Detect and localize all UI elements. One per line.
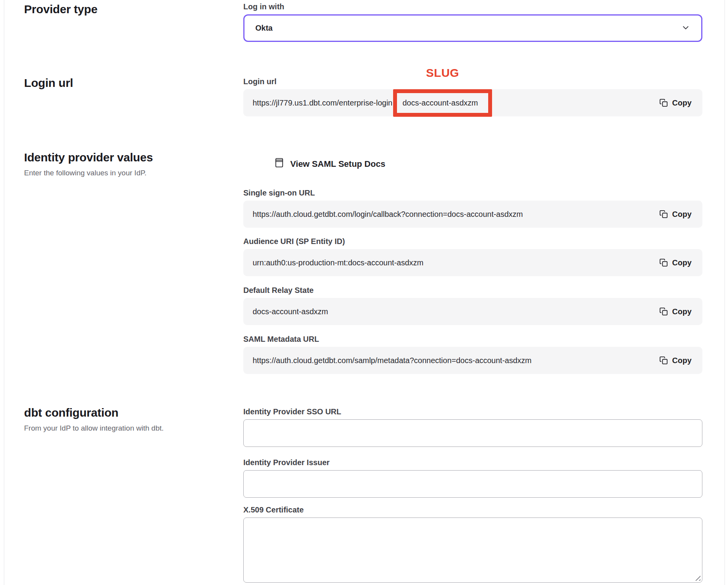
audience-uri-row: urn:auth0:us-production-mt:docs-account-… bbox=[243, 249, 702, 276]
copy-icon bbox=[659, 99, 668, 107]
copy-button-label: Copy bbox=[672, 258, 692, 267]
saml-metadata-url-label: SAML Metadata URL bbox=[243, 335, 702, 343]
identity-provider-values-heading: Identity provider values bbox=[24, 151, 226, 164]
single-sign-on-url-value: https://auth.cloud.getdbt.com/login/call… bbox=[253, 210, 659, 219]
copy-single-sign-on-url-button[interactable]: Copy bbox=[659, 208, 692, 220]
dbt-configuration-heading: dbt configuration bbox=[24, 406, 226, 420]
docs-link-label: View SAML Setup Docs bbox=[290, 159, 385, 170]
identity-provider-issuer-label: Identity Provider Issuer bbox=[243, 458, 702, 467]
copy-button-label: Copy bbox=[672, 210, 692, 219]
saml-metadata-url-value: https://auth.cloud.getdbt.com/samlp/meta… bbox=[253, 356, 659, 365]
copy-login-url-button[interactable]: Copy bbox=[659, 97, 692, 109]
section-heading-dbt-configuration: dbt configuration From your IdP to allow… bbox=[24, 406, 226, 433]
copy-audience-uri-button[interactable]: Copy bbox=[659, 257, 692, 269]
login-url-row: https://jl779.us1.dbt.com/enterprise-log… bbox=[243, 89, 702, 116]
identity-provider-values-subtitle: Enter the following values in your IdP. bbox=[24, 168, 226, 178]
dbt-configuration-subtitle: From your IdP to allow integration with … bbox=[24, 424, 226, 433]
login-with-select[interactable]: Okta bbox=[243, 14, 702, 42]
login-url-field-label: Login url bbox=[243, 77, 702, 86]
x509-certificate-label: X.509 Certificate bbox=[243, 505, 702, 514]
slug-annotation-label: SLUG bbox=[426, 68, 459, 77]
saml-metadata-url-row: https://auth.cloud.getdbt.com/samlp/meta… bbox=[243, 347, 702, 374]
section-heading-identity-provider-values: Identity provider values Enter the follo… bbox=[24, 151, 226, 178]
copy-icon bbox=[659, 258, 668, 267]
view-saml-setup-docs-link[interactable]: View SAML Setup Docs bbox=[274, 158, 385, 171]
login-url-heading: Login url bbox=[24, 76, 226, 90]
identity-provider-sso-url-label: Identity Provider SSO URL bbox=[243, 407, 702, 416]
identity-provider-issuer-input[interactable] bbox=[243, 470, 702, 498]
login-url-value: https://jl779.us1.dbt.com/enterprise-log… bbox=[253, 99, 659, 107]
login-url-prefix: https://jl779.us1.dbt.com/enterprise-log… bbox=[253, 99, 392, 107]
login-with-label: Log in with bbox=[243, 2, 702, 11]
copy-saml-metadata-url-button[interactable]: Copy bbox=[659, 355, 692, 367]
slug-highlight-box: docs-account-asdxzmSLUG bbox=[393, 89, 492, 117]
single-sign-on-url-label: Single sign-on URL bbox=[243, 189, 702, 197]
audience-uri-label: Audience URI (SP Entity ID) bbox=[243, 237, 702, 246]
sso-settings-page: Provider type Login url Identity provide… bbox=[0, 0, 728, 585]
default-relay-state-value: docs-account-asdxzm bbox=[253, 307, 659, 316]
copy-default-relay-state-button[interactable]: Copy bbox=[659, 306, 692, 318]
provider-type-heading: Provider type bbox=[24, 2, 226, 16]
copy-icon bbox=[659, 356, 668, 365]
copy-icon bbox=[659, 307, 668, 316]
section-heading-login-url: Login url bbox=[24, 76, 226, 90]
copy-button-label: Copy bbox=[672, 99, 692, 107]
copy-icon bbox=[659, 210, 668, 218]
copy-button-label: Copy bbox=[672, 356, 692, 365]
single-sign-on-url-row: https://auth.cloud.getdbt.com/login/call… bbox=[243, 201, 702, 228]
default-relay-state-row: docs-account-asdxzm Copy bbox=[243, 298, 702, 325]
identity-provider-sso-url-input[interactable] bbox=[243, 419, 702, 447]
docs-book-icon bbox=[274, 158, 284, 171]
section-heading-provider-type: Provider type bbox=[24, 2, 226, 16]
copy-button-label: Copy bbox=[672, 307, 692, 316]
x509-certificate-textarea[interactable] bbox=[243, 518, 702, 583]
login-url-slug: docs-account-asdxzm bbox=[402, 99, 478, 107]
default-relay-state-label: Default Relay State bbox=[243, 286, 702, 294]
login-with-selected-value: Okta bbox=[255, 24, 272, 33]
audience-uri-value: urn:auth0:us-production-mt:docs-account-… bbox=[253, 258, 659, 267]
chevron-down-icon bbox=[681, 23, 690, 34]
